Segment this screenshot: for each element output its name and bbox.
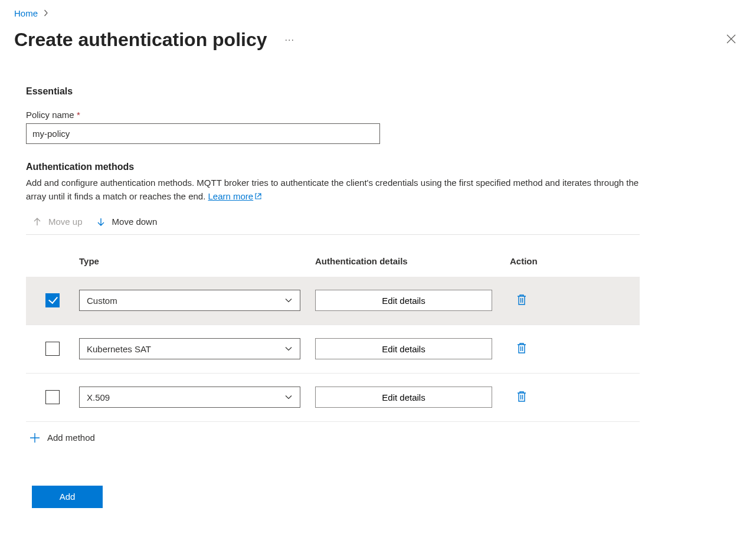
breadcrumb: Home	[14, 8, 739, 18]
type-select[interactable]: X.509	[79, 387, 300, 408]
page-header: Create authentication policy ···	[14, 29, 739, 51]
table-row: X.509 Edit details	[26, 374, 640, 422]
move-down-button[interactable]: Move down	[96, 217, 158, 227]
more-actions-button[interactable]: ···	[285, 35, 294, 45]
trash-icon	[516, 342, 528, 355]
auth-methods-description: Add and configure authentication methods…	[26, 176, 640, 204]
type-select[interactable]: Kubernetes SAT	[79, 338, 300, 359]
close-button[interactable]	[723, 31, 739, 48]
delete-row-button[interactable]	[516, 390, 528, 403]
edit-details-button[interactable]: Edit details	[315, 338, 492, 359]
table-row: Custom Edit details	[26, 277, 640, 325]
move-down-label: Move down	[112, 217, 158, 227]
move-up-label: Move up	[48, 217, 83, 227]
chevron-down-icon	[284, 296, 293, 304]
type-select[interactable]: Custom	[79, 290, 300, 311]
edit-details-button[interactable]: Edit details	[315, 290, 492, 311]
row-checkbox[interactable]	[45, 293, 60, 307]
type-select-value: Custom	[87, 296, 117, 306]
table-row: Kubernetes SAT Edit details	[26, 325, 640, 374]
edit-details-button[interactable]: Edit details	[315, 387, 492, 408]
move-up-button: Move up	[32, 217, 83, 227]
essentials-heading: Essentials	[26, 86, 640, 97]
col-type: Type	[79, 256, 315, 266]
learn-more-link[interactable]: Learn more	[208, 191, 263, 201]
delete-row-button[interactable]	[516, 342, 528, 355]
type-select-value: X.509	[87, 392, 110, 402]
add-button[interactable]: Add	[32, 486, 103, 508]
plus-icon	[30, 433, 40, 443]
add-method-label: Add method	[47, 433, 95, 443]
delete-row-button[interactable]	[516, 293, 528, 306]
col-action: Action	[510, 256, 640, 266]
auth-methods-heading: Authentication methods	[26, 162, 640, 172]
trash-icon	[516, 390, 528, 403]
table-header-row: Type Authentication details Action	[26, 256, 640, 277]
policy-name-input[interactable]	[26, 123, 380, 144]
trash-icon	[516, 293, 528, 306]
policy-name-label: Policy name *	[26, 110, 640, 120]
col-details: Authentication details	[315, 256, 510, 266]
chevron-down-icon	[284, 393, 293, 401]
chevron-down-icon	[284, 345, 293, 353]
type-select-value: Kubernetes SAT	[87, 344, 151, 354]
row-checkbox[interactable]	[45, 390, 60, 404]
breadcrumb-home[interactable]: Home	[14, 8, 38, 18]
methods-table: Type Authentication details Action Custo…	[26, 256, 640, 422]
row-checkbox[interactable]	[45, 342, 60, 356]
page-title: Create authentication policy	[14, 29, 267, 51]
add-method-button[interactable]: Add method	[26, 422, 640, 454]
chevron-right-icon	[42, 9, 50, 18]
move-toolbar: Move up Move down	[26, 213, 640, 235]
